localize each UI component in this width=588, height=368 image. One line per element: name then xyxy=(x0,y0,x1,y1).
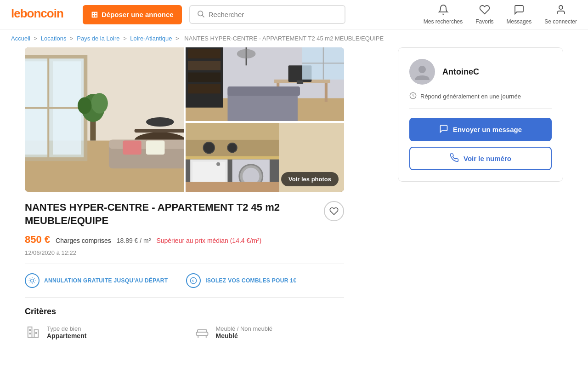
svg-rect-76 xyxy=(196,332,208,336)
svg-point-39 xyxy=(237,49,255,58)
favoris-label: Favoris xyxy=(475,18,493,25)
svg-text:€: € xyxy=(192,279,194,283)
building-icon xyxy=(25,324,41,340)
breadcrumb-sep-3: > xyxy=(123,35,128,42)
svg-rect-77 xyxy=(198,330,207,332)
listing-price: 850 € xyxy=(25,234,50,246)
breadcrumb-dept[interactable]: Loire-Atlantique xyxy=(130,35,172,42)
criteria-title: Critères xyxy=(25,307,344,316)
svg-rect-74 xyxy=(29,333,31,334)
header-nav: Mes recherches Favoris Messages xyxy=(424,4,577,25)
heart-icon xyxy=(479,4,490,17)
svg-text:leboncoin: leboncoin xyxy=(11,6,63,20)
criteria-type-bien-label: Type de bien xyxy=(47,325,86,332)
svg-point-80 xyxy=(418,66,426,73)
svg-point-18 xyxy=(91,93,107,114)
svg-line-3 xyxy=(202,15,204,17)
site-logo[interactable]: leboncoin xyxy=(11,5,75,24)
response-time-text: Répond généralement en une journée xyxy=(420,93,521,100)
bell-icon xyxy=(438,4,449,17)
heart-outline-icon xyxy=(329,207,339,216)
svg-line-67 xyxy=(34,278,34,279)
listing-info: NANTES HYPER-CENTRE - APPARTEMENT T2 45 … xyxy=(25,192,344,359)
svg-rect-29 xyxy=(188,73,220,82)
mes-recherches-nav[interactable]: Mes recherches xyxy=(424,4,463,25)
breadcrumb-accueil[interactable]: Accueil xyxy=(11,35,30,42)
contact-card: AntoineC Répond généralement en une jour… xyxy=(398,47,563,182)
promo-combles[interactable]: € ISOLEZ VOS COMBLES POUR 1€ xyxy=(186,273,296,288)
svg-point-19 xyxy=(78,97,91,114)
criteria-section: Critères Typ xyxy=(25,298,344,350)
login-nav[interactable]: Se connecter xyxy=(544,4,577,25)
promo-annulation[interactable]: ANNULATION GRATUITE JUSQU'AU DÉPART xyxy=(25,273,168,288)
svg-rect-73 xyxy=(29,329,31,331)
send-message-label: Envoyer un message xyxy=(453,126,522,133)
svg-point-59 xyxy=(31,279,34,282)
criteria-meuble-label: Meublé / Non meublé xyxy=(216,325,273,332)
response-time: Répond généralement en une journée xyxy=(409,92,552,109)
listing-title-row: NANTES HYPER-CENTRE - APPARTEMENT T2 45 … xyxy=(25,201,344,227)
svg-rect-37 xyxy=(227,86,300,96)
svg-rect-14 xyxy=(135,129,184,132)
price-row: 850 € Charges comprises 18.89 € / m² Sup… xyxy=(25,234,344,246)
user-icon xyxy=(555,4,566,17)
login-label: Se connecter xyxy=(544,18,577,25)
promo-combles-text: ISOLEZ VOS COMBLES POUR 1€ xyxy=(205,277,296,284)
criteria-type-bien: Type de bien Appartement xyxy=(25,324,175,340)
svg-rect-30 xyxy=(188,84,220,93)
search-input[interactable] xyxy=(209,11,338,18)
send-message-button[interactable]: Envoyer un message xyxy=(409,118,552,141)
post-ad-label: Déposer une annonce xyxy=(102,11,174,18)
breadcrumb-sep-4: > xyxy=(175,35,181,42)
sun-icon xyxy=(25,273,40,288)
svg-rect-23 xyxy=(146,141,165,155)
criteria-grid: Type de bien Appartement xyxy=(25,324,344,340)
contact-header: AntoineC xyxy=(409,59,552,85)
svg-line-62 xyxy=(30,278,30,279)
criteria-meuble-info: Meublé / Non meublé Meublé xyxy=(216,325,273,339)
mes-recherches-label: Mes recherches xyxy=(424,18,463,25)
svg-point-15 xyxy=(146,117,174,126)
criteria-type-bien-info: Type de bien Appartement xyxy=(47,325,86,339)
svg-rect-27 xyxy=(188,49,220,58)
messages-label: Messages xyxy=(507,18,532,25)
plus-icon: ⊞ xyxy=(91,10,98,20)
svg-point-54 xyxy=(227,143,237,152)
message-icon xyxy=(514,4,525,17)
svg-point-48 xyxy=(216,162,220,166)
svg-line-63 xyxy=(34,282,34,283)
see-phone-button[interactable]: Voir le numéro xyxy=(409,147,552,170)
left-column: Voir les photos NANTES HYPER-CENTRE - AP… xyxy=(25,47,387,359)
svg-point-2 xyxy=(198,11,203,16)
breadcrumb-region[interactable]: Pays de la Loire xyxy=(77,35,119,42)
photo-tr[interactable] xyxy=(186,47,345,121)
photo-main[interactable] xyxy=(25,47,184,192)
price-per-m2: 18.89 € / m² xyxy=(117,237,151,244)
photo-br[interactable]: Voir les photos xyxy=(186,123,345,192)
criteria-meuble-value: Meublé xyxy=(216,332,273,339)
messages-nav[interactable]: Messages xyxy=(507,4,532,25)
breadcrumb-current: NANTES HYPER-CENTRE - APPARTEMENT T2 45 … xyxy=(184,35,384,42)
breadcrumb-sep-1: > xyxy=(34,35,39,42)
contact-name: AntoineC xyxy=(442,67,479,77)
svg-rect-28 xyxy=(188,61,220,70)
avatar xyxy=(409,59,435,85)
charges-label: Charges comprises xyxy=(56,237,111,244)
promo-annulation-text: ANNULATION GRATUITE JUSQU'AU DÉPART xyxy=(44,277,168,284)
price-indicator: Supérieur au prix médian (14.4 €/m²) xyxy=(156,237,261,244)
svg-rect-33 xyxy=(324,83,327,102)
favorite-button[interactable] xyxy=(324,201,344,221)
svg-rect-75 xyxy=(35,332,37,334)
post-ad-button[interactable]: ⊞ Déposer une annonce xyxy=(83,5,182,24)
message-btn-icon xyxy=(439,124,448,135)
clock-icon xyxy=(409,92,417,101)
see-photos-button[interactable]: Voir les photos xyxy=(281,172,339,186)
search-icon xyxy=(197,10,205,19)
listing-date: 12/06/2020 à 12:22 xyxy=(25,249,344,256)
breadcrumb-locations[interactable]: Locations xyxy=(41,35,67,42)
svg-rect-22 xyxy=(123,141,141,155)
criteria-meuble: Meublé / Non meublé Meublé xyxy=(194,324,345,340)
listing-title: NANTES HYPER-CENTRE - APPARTEMENT T2 45 … xyxy=(25,201,318,227)
favoris-nav[interactable]: Favoris xyxy=(475,4,493,25)
svg-line-66 xyxy=(30,282,30,283)
